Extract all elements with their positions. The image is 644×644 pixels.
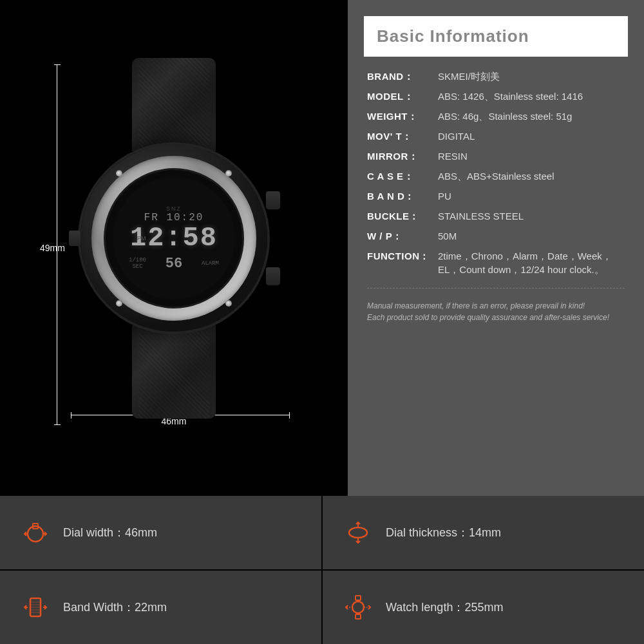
info-label-buckle: BUCKLE： <box>367 209 438 223</box>
lcd-sec-label: 1/100SEC <box>129 257 146 270</box>
crown-button-top <box>266 191 280 209</box>
spec-dial-thickness-text: Dial thickness：14mm <box>386 525 501 540</box>
disclaimer-line2: Each product sold to provide quality ass… <box>367 312 625 323</box>
info-row-model: MODEL： ABS: 1426、Stainless steel: 1416 <box>367 90 625 103</box>
info-label-model: MODEL： <box>367 90 438 103</box>
disclaimer-line1: Manual measurement, if there is an error… <box>367 300 625 312</box>
info-value-brand: SKMEI/时刻美 <box>438 70 625 83</box>
spec-band-width-text: Band Width：22mm <box>63 600 167 615</box>
dial-thickness-icon <box>342 518 374 547</box>
watch-length-icon <box>342 593 374 621</box>
info-value-wp: 50M <box>438 229 625 243</box>
info-label-wp: W / P： <box>367 229 438 243</box>
crown-button-bottom <box>266 267 280 285</box>
info-label-movement: MOV' T： <box>367 129 438 143</box>
info-label-brand: BRAND： <box>367 70 438 83</box>
band-width-icon <box>19 593 52 621</box>
info-value-movement: DIGITAL <box>438 129 625 143</box>
info-row-brand: BRAND： SKMEI/时刻美 <box>367 70 625 83</box>
info-row-band: B A N D： PU <box>367 189 625 203</box>
screw-bl <box>116 300 122 307</box>
info-value-buckle: STAINLESS STEEL <box>438 209 625 223</box>
spec-watch-length-text: Watch length：255mm <box>386 600 503 615</box>
info-value-weight: ABS: 46g、Stainless steel: 51g <box>438 109 625 123</box>
info-label-mirror: MIRROR： <box>367 149 438 163</box>
band-top <box>132 58 216 151</box>
svg-rect-14 <box>355 596 361 600</box>
info-label-weight: WEIGHT： <box>367 109 438 123</box>
info-row-buckle: BUCKLE： STAINLESS STEEL <box>367 209 625 223</box>
watch-bezel: SNZ FR 10:20 PM 12:58 1/100SEC 56 ALARM <box>91 156 256 321</box>
svg-point-4 <box>349 527 367 538</box>
bottom-specs: Dial width：46mm Dial thickness：14mm <box>0 496 644 644</box>
lcd-alarm-label: ALARM <box>202 260 219 267</box>
top-section: 49mm <box>0 0 644 496</box>
info-row-function: FUNCTION： 2time，Chrono，Alarm，Date，Week，E… <box>367 249 625 276</box>
lcd-snz: SNZ <box>166 205 182 212</box>
watch-inner-ring: SNZ FR 10:20 PM 12:58 1/100SEC 56 ALARM <box>104 168 244 308</box>
spec-dial-width-text: Dial width：46mm <box>63 525 157 540</box>
info-value-mirror: RESIN <box>438 149 625 163</box>
watch-face: SNZ FR 10:20 PM 12:58 1/100SEC 56 ALARM <box>113 177 235 299</box>
screw-tl <box>116 170 122 176</box>
info-body: BRAND： SKMEI/时刻美 MODEL： ABS: 1426、Stainl… <box>348 57 644 496</box>
spec-band-width: Band Width：22mm <box>0 571 321 644</box>
watch-area: 49mm <box>0 0 348 496</box>
info-row-wp: W / P： 50M <box>367 229 625 243</box>
svg-point-13 <box>352 601 364 613</box>
info-row-case: C A S E： ABS、ABS+Stainless steel <box>367 169 625 183</box>
watch-container: SNZ FR 10:20 PM 12:58 1/100SEC 56 ALARM <box>45 58 303 419</box>
info-value-model: ABS: 1426、Stainless steel: 1416 <box>438 90 625 103</box>
spec-dial-thickness: Dial thickness：14mm <box>323 496 644 569</box>
spec-dial-width: Dial width：46mm <box>0 496 321 569</box>
lcd-pm: PM <box>137 235 146 242</box>
info-value-function: 2time，Chrono，Alarm，Date，Week，EL，Count do… <box>438 249 625 276</box>
info-label-function: FUNCTION： <box>367 249 438 263</box>
info-title: Basic Information <box>377 26 615 46</box>
info-row-movement: MOV' T： DIGITAL <box>367 129 625 143</box>
lcd-seconds: 56 <box>166 256 182 272</box>
spec-watch-length: Watch length：255mm <box>323 571 644 644</box>
dial-width-icon <box>19 518 52 547</box>
crown-button-left <box>69 231 80 246</box>
info-header: Basic Information <box>364 16 628 57</box>
watch-case: SNZ FR 10:20 PM 12:58 1/100SEC 56 ALARM <box>80 145 267 332</box>
band-bottom <box>132 325 216 419</box>
info-panel: Basic Information BRAND： SKMEI/时刻美 MODEL… <box>348 0 644 496</box>
info-label-case: C A S E： <box>367 169 438 183</box>
info-row-mirror: MIRROR： RESIN <box>367 149 625 163</box>
info-value-case: ABS、ABS+Stainless steel <box>438 169 625 183</box>
info-row-weight: WEIGHT： ABS: 46g、Stainless steel: 51g <box>367 109 625 123</box>
info-divider <box>367 288 625 289</box>
svg-rect-15 <box>355 614 361 619</box>
info-disclaimer: Manual measurement, if there is an error… <box>367 300 625 323</box>
screw-tr <box>225 170 232 176</box>
lcd-day-time: FR 10:20 <box>144 212 204 223</box>
screw-br <box>225 300 232 307</box>
info-value-band: PU <box>438 189 625 203</box>
info-label-band: B A N D： <box>367 189 438 203</box>
